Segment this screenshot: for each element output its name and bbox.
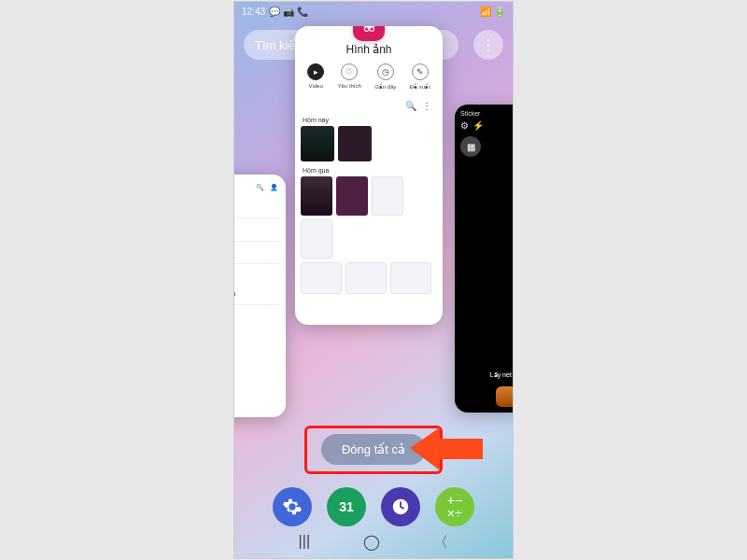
- page-frame: 12:43 💬 📷 📞 📶 🔋 Tìm kiếm ⋮ 🔍 👤 Sử dụng d…: [0, 0, 747, 560]
- search-icon[interactable]: 🔍: [405, 101, 416, 111]
- more-button[interactable]: ⋮: [473, 30, 503, 60]
- thumbnail[interactable]: [301, 219, 332, 259]
- more-icon[interactable]: ⋮: [422, 101, 431, 111]
- tab-recent[interactable]: ◷Gần đây: [374, 63, 396, 90]
- list-item: màn hình khóa: [233, 283, 280, 305]
- navigation-bar: ||| ◯ 〈: [234, 533, 513, 553]
- recent-app-card-gallery[interactable]: ❀ Hình ảnh ▸Video ♡Yêu thích ◷Gần đây ✎Đ…: [295, 26, 443, 325]
- subject-preview: [496, 386, 514, 407]
- nav-home-icon[interactable]: ◯: [363, 533, 380, 553]
- list-item: thái: Không: [233, 242, 280, 264]
- section-today: Hôm nay: [303, 117, 437, 123]
- thumbnail[interactable]: [345, 262, 387, 294]
- dock: 31 +−×÷: [234, 487, 513, 526]
- nav-back-icon[interactable]: 〈: [433, 533, 448, 553]
- dock-calculator-icon[interactable]: +−×÷: [435, 487, 474, 526]
- tab-favorite[interactable]: ♡Yêu thích: [337, 63, 360, 90]
- list-item: Sử dụng dữ: [233, 195, 280, 218]
- thumbnail[interactable]: [301, 262, 342, 294]
- list-item: Âm lượng: [233, 218, 280, 242]
- thumbnail[interactable]: [301, 126, 334, 161]
- recent-app-card-settings[interactable]: 🔍 👤 Sử dụng dữ Âm lượng thái: Không màn …: [233, 175, 286, 417]
- more-dots-icon: ⋮: [481, 36, 496, 54]
- section-yesterday: Hôm qua: [303, 167, 437, 174]
- chat-icon: ✎: [412, 63, 429, 80]
- calculator-symbols-icon: +−×÷: [447, 494, 462, 520]
- nav-recents-icon[interactable]: |||: [299, 533, 310, 553]
- gallery-title: Hình ảnh: [301, 43, 437, 56]
- phone-screen: 12:43 💬 📷 📞 📶 🔋 Tìm kiếm ⋮ 🔍 👤 Sử dụng d…: [233, 1, 514, 559]
- thumbnail[interactable]: [338, 126, 372, 161]
- thumbnail[interactable]: [336, 176, 368, 216]
- notification-icons: 💬 📷 📞: [269, 7, 308, 17]
- tab-suggest[interactable]: ✎Đề xuất: [410, 63, 430, 90]
- flash-icon[interactable]: ⚡: [472, 120, 484, 131]
- play-icon: ▸: [307, 63, 324, 80]
- search-icon: 🔍: [256, 184, 264, 191]
- thumbnail[interactable]: [372, 176, 403, 216]
- settings-icon[interactable]: ⚙: [460, 120, 469, 131]
- heart-icon: ♡: [341, 63, 358, 80]
- recent-app-card-camera[interactable]: Sticker ⚙ ⚡ ▦ ■ Lấy nét đối: [455, 105, 514, 413]
- clock-icon: ◷: [377, 63, 394, 80]
- tab-video[interactable]: ▸Video: [307, 63, 324, 90]
- sticker-label: Sticker: [460, 110, 480, 117]
- calendar-day: 31: [339, 499, 354, 514]
- account-avatar-icon: 👤: [270, 184, 278, 191]
- dock-settings-icon[interactable]: [273, 487, 312, 526]
- gallery-app-icon[interactable]: ❀: [353, 26, 385, 41]
- flower-icon: ❀: [361, 26, 377, 36]
- clock-text: 12:43: [242, 7, 265, 17]
- dock-clock-icon[interactable]: [381, 487, 420, 526]
- close-all-button[interactable]: Đóng tất cả: [321, 434, 426, 465]
- thumbnail[interactable]: [301, 176, 332, 216]
- dock-calendar-icon[interactable]: 31: [327, 487, 366, 526]
- status-bar: 12:43 💬 📷 📞 📶 🔋: [234, 2, 513, 21]
- focus-caption: Lấy nét đối: [455, 371, 514, 379]
- mode-grid-icon[interactable]: ▦: [460, 136, 481, 157]
- thumbnail[interactable]: [390, 262, 431, 294]
- system-icons: 📶 🔋: [480, 7, 505, 17]
